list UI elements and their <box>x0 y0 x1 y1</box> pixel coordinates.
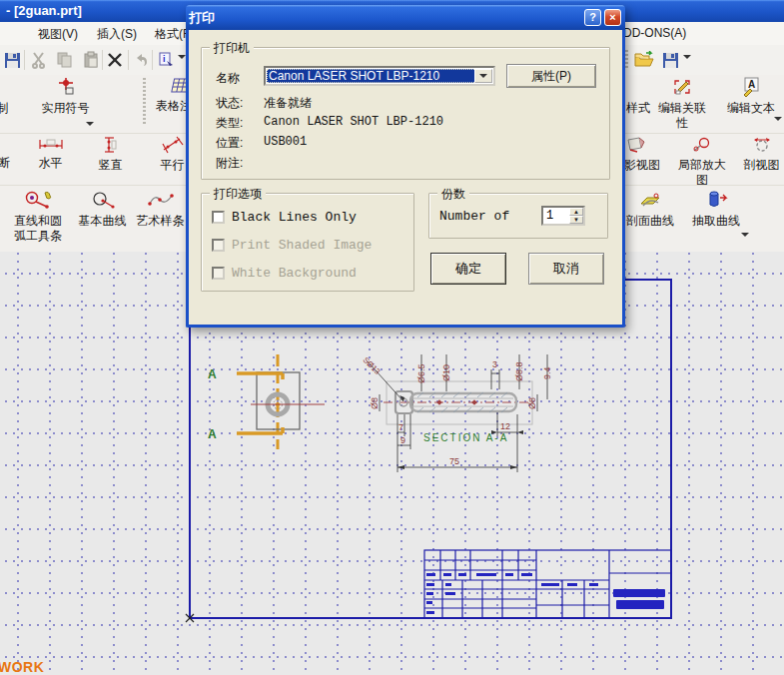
svg-text:i: i <box>163 54 166 64</box>
chevron-down-icon[interactable] <box>86 122 94 126</box>
menu-view[interactable]: 视图(V) <box>38 26 78 43</box>
dim-leader: SØ13 <box>362 355 383 376</box>
button-line-arc-toolbar[interactable]: 直线和圆 弧工具条 <box>8 190 68 243</box>
undo-icon[interactable] <box>131 49 153 71</box>
dialog-titlebar[interactable]: 打印 ? × <box>186 5 625 30</box>
type-value: Canon LASER SHOT LBP-1210 <box>264 115 443 129</box>
location-label: 位置: <box>216 135 243 152</box>
section-label-a-top: A <box>208 367 217 381</box>
open-icon[interactable] <box>633 49 655 71</box>
utility-symbol-icon <box>56 77 76 97</box>
button-basic-curves[interactable]: 基本曲线 <box>75 190 130 228</box>
cut-icon[interactable] <box>28 49 50 71</box>
type-label: 类型: <box>216 115 243 132</box>
button-horizontal-dim[interactable]: 水平 <box>28 136 73 170</box>
dim-8-right: Ø8 <box>527 397 537 409</box>
section-view-aa[interactable]: 75 12 7 9 3 Ø6.5 Ø10 Ø8.8 9.4 Ø8 Ø8 SØ13… <box>362 354 552 472</box>
printer-name-value: Canon LASER SHOT LBP-1210 <box>267 69 476 83</box>
button-vertical-dim[interactable]: 竖直 <box>88 136 133 172</box>
button-art-spline[interactable]: 艺术样条 <box>133 190 188 228</box>
extract-curve-icon <box>704 190 728 210</box>
dim-75: 75 <box>449 456 459 466</box>
save-icon[interactable] <box>1 49 23 71</box>
print-shaded-image-checkbox: Print Shaded Image <box>212 238 372 253</box>
button-edit-association[interactable]: 编辑关联 性 <box>651 77 713 130</box>
button-partial-left-2[interactable]: 断 <box>0 155 14 170</box>
dim-12: 12 <box>500 421 510 431</box>
projection-view-icon <box>625 136 647 154</box>
checkbox-box[interactable] <box>212 211 225 224</box>
button-label: 编辑关联 <box>651 102 713 115</box>
menu-insert[interactable]: 插入(S) <box>97 26 137 43</box>
paste-icon[interactable] <box>80 49 102 71</box>
work-coordinate-label: WORK <box>0 659 44 675</box>
button-detail-view[interactable]: 局部放大 图 <box>671 136 733 187</box>
button-utility-symbols[interactable]: 实用符号 <box>18 77 113 129</box>
dim-7: 7 <box>398 422 403 432</box>
info-icon[interactable]: i <box>155 49 177 71</box>
status-value: 准备就绪 <box>264 95 312 112</box>
toolbar-drag-handle[interactable] <box>143 78 146 126</box>
basic-curves-icon <box>91 190 115 210</box>
button-partial-left-1[interactable]: 制 <box>0 100 12 115</box>
open-folder-icon <box>634 51 654 69</box>
section-title: SECTION A-A <box>423 432 508 443</box>
combo-dropdown-button[interactable] <box>474 69 492 83</box>
button-label: 断 <box>0 157 14 170</box>
properties-button[interactable]: 属性(P) <box>506 64 596 88</box>
button-label: 编辑文本 <box>721 102 781 115</box>
x-icon <box>106 51 124 69</box>
button-section-view[interactable]: 剖视图 <box>739 136 784 172</box>
dim-3: 3 <box>492 359 497 369</box>
vertical-dimension-icon <box>103 136 119 154</box>
print-options-group: 打印选项 Black Lines Only Print Shaded Image… <box>201 193 414 292</box>
horizontal-dimension-icon <box>38 136 64 152</box>
front-view[interactable]: A A <box>208 354 325 449</box>
button-style[interactable]: 样式 <box>621 100 655 115</box>
button-extract-curve[interactable]: 抽取曲线 <box>687 190 745 228</box>
printer-group: 打印机 名称 Canon LASER SHOT LBP-1210 属性(P) 状… <box>201 47 610 180</box>
printer-name-select[interactable]: Canon LASER SHOT LBP-1210 <box>264 66 495 86</box>
button-edit-text[interactable]: A 编辑文本 <box>721 77 781 115</box>
printer-group-legend: 打印机 <box>210 40 254 57</box>
close-button[interactable]: × <box>604 9 621 26</box>
button-label: 样式 <box>621 102 655 115</box>
options-group-legend: 打印选项 <box>210 186 266 203</box>
dim-8-left: Ø8 <box>370 397 380 409</box>
section-view-icon <box>751 136 773 154</box>
menu-addons[interactable]: ADD-ONS(A) <box>615 26 686 40</box>
cancel-button[interactable]: 取消 <box>528 253 604 285</box>
toolbar-drag-handle[interactable] <box>625 50 628 70</box>
save-icon-right[interactable] <box>659 49 681 71</box>
section-curve-icon <box>638 190 662 210</box>
help-button[interactable]: ? <box>584 9 601 26</box>
copies-spinner[interactable]: 1 ▲ ▼ <box>541 206 585 226</box>
location-value: USB001 <box>264 135 307 149</box>
clipboard-icon <box>82 51 100 69</box>
ok-button[interactable]: 确定 <box>430 253 506 285</box>
chevron-down-icon <box>479 74 487 78</box>
button-label: 水平 <box>28 157 73 170</box>
button-label: 剖面曲线 <box>619 215 681 228</box>
button-label: 竖直 <box>88 159 133 172</box>
copy-icon[interactable] <box>54 49 76 71</box>
edit-text-icon: A <box>741 77 761 97</box>
section-label-a-bottom: A <box>208 427 217 441</box>
black-lines-only-checkbox[interactable]: Black Lines Only <box>212 210 357 225</box>
spinner-down-button[interactable]: ▼ <box>569 216 583 224</box>
white-background-checkbox: White Background <box>212 266 357 281</box>
button-label: 抽取曲线 <box>687 215 745 228</box>
svg-text:A: A <box>748 79 755 90</box>
toolbar-separator <box>152 50 153 70</box>
checkbox-box <box>212 239 225 252</box>
button-section-curve[interactable]: 剖面曲线 <box>619 190 681 228</box>
tick <box>471 399 477 405</box>
edit-association-icon <box>671 77 693 97</box>
delete-icon[interactable] <box>104 49 126 71</box>
button-label: 艺术样条 <box>133 215 188 228</box>
section-arrow-lines <box>237 373 283 433</box>
parallel-dimension-icon <box>162 136 184 154</box>
spinner-up-button[interactable]: ▲ <box>569 208 583 216</box>
button-label: 性 <box>651 117 713 130</box>
copy-pages-icon <box>56 51 74 69</box>
